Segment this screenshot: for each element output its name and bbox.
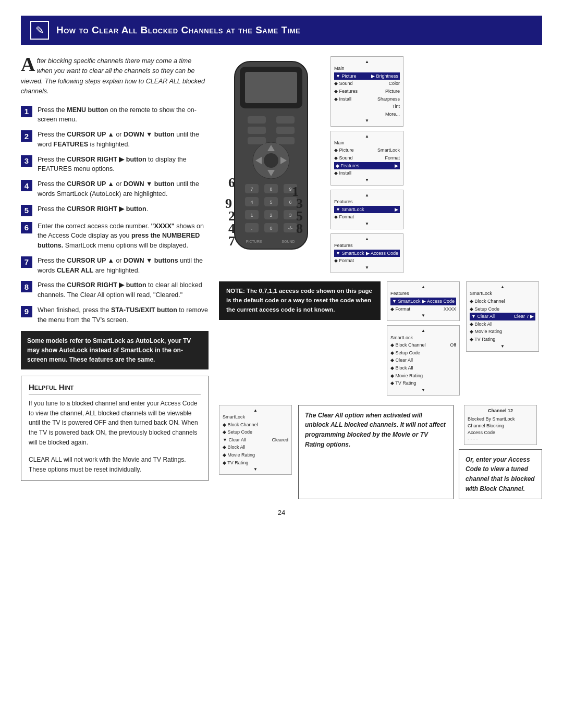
svg-text:-/-: -/- bbox=[288, 226, 293, 231]
step-text-5: Press the CURSOR RIGHT ▶ button. bbox=[38, 204, 209, 214]
svg-text:1: 1 bbox=[250, 213, 253, 218]
svg-text:5: 5 bbox=[270, 200, 272, 205]
screen-tri-up-3: ▲ bbox=[334, 192, 400, 198]
screen-row-format4: ◆ Format bbox=[334, 257, 400, 265]
svg-text:6: 6 bbox=[289, 200, 291, 205]
screen-row-setup-code: ◆ Setup Code bbox=[390, 349, 456, 357]
header-icon: ✎ bbox=[30, 21, 49, 40]
info-box-clear-all: The Clear All option when activated will… bbox=[298, 405, 454, 499]
screen-tri-down-7: ▼ bbox=[470, 343, 535, 349]
screen-channel-blocking: Channel Blocking bbox=[468, 423, 533, 429]
screen-row-features3: Features bbox=[334, 198, 400, 206]
screen-tri-down-4: ▼ bbox=[334, 265, 400, 270]
svg-text:2: 2 bbox=[270, 213, 272, 218]
step-item-6: 6 Enter the correct access code number. … bbox=[21, 221, 209, 251]
intro-paragraph: A fter blocking specific channels there … bbox=[21, 56, 209, 97]
screen-row-sound: ◆ SoundColor bbox=[334, 80, 400, 88]
step-item-1: 1 Press the MENU button on the remote to… bbox=[21, 105, 209, 125]
screen-row-block-ch2: ◆ Block Channel bbox=[470, 298, 535, 305]
screen-row-movie-rating3: ◆ Movie Rating bbox=[223, 451, 288, 459]
screen-row-smartlock-title: SmartLock bbox=[390, 334, 456, 342]
svg-rect-26 bbox=[276, 137, 295, 144]
screen-row-smartlock-xxxx: ▼ SmartLock▶ Access Code bbox=[390, 298, 456, 305]
note-box: NOTE: The 0,7,1,1 access code shown on t… bbox=[219, 281, 381, 319]
screen-tri-down-2: ▼ bbox=[334, 177, 400, 183]
screen-row-smartlock-ac: ▼ SmartLock▶ Access Code bbox=[334, 250, 400, 257]
screen-row-install: ◆ InstallSharpness bbox=[334, 95, 400, 103]
step-text-9: When finished, press the STA-TUS/EXIT bu… bbox=[38, 305, 209, 325]
step-item-7: 7 Press the CURSOR UP ▲ or DOWN ▼ button… bbox=[21, 256, 209, 276]
screens-column: ▲ Main ▼ Picture▶ Brightness ◆ SoundColo… bbox=[331, 56, 403, 273]
steps-list: 1 Press the MENU button on the remote to… bbox=[21, 105, 209, 325]
screen-row-format3: ◆ Format bbox=[334, 213, 400, 221]
note-box-text: NOTE: The 0,7,1,1 access code shown on t… bbox=[226, 288, 372, 313]
step-number-9: 9 bbox=[21, 306, 32, 317]
svg-rect-25 bbox=[248, 137, 266, 144]
step-text-4: Press the CURSOR UP ▲ or DOWN ▼ button u… bbox=[38, 179, 209, 199]
screen-row-features: ◆ FeaturesPicture bbox=[334, 88, 400, 95]
screen-access-code-label: Access Code bbox=[468, 429, 533, 436]
screen-smartlock-highlighted: ▲ Features ▼ SmartLock▶ ◆ Format ▼ bbox=[331, 190, 403, 229]
num-7-overlay: 7 bbox=[228, 233, 235, 249]
screen-smartlock-menu: ▲ SmartLock ◆ Block ChannelOff ◆ Setup C… bbox=[387, 325, 460, 396]
step-text-8: Press the CURSOR RIGHT ▶ button to clear… bbox=[38, 280, 209, 300]
screen-blocked-by: Blocked By SmartLock bbox=[468, 416, 533, 423]
svg-rect-23 bbox=[248, 127, 266, 134]
screen-row-block-all2: ◆ Block All bbox=[470, 320, 535, 328]
page-title: How to Clear All Blocked Channels at the… bbox=[56, 24, 300, 36]
drop-cap: A bbox=[21, 56, 35, 72]
screen-cleared: ▲ SmartLock ◆ Block Channel ◆ Setup Code… bbox=[219, 405, 292, 475]
screen-row-features4: Features bbox=[334, 242, 400, 250]
step-number-2: 2 bbox=[21, 130, 32, 142]
screen-row-tv-rating: ◆ TV Rating bbox=[390, 379, 456, 387]
num-6-overlay: 6 bbox=[228, 175, 235, 191]
svg-text:7: 7 bbox=[250, 187, 253, 192]
screen-row-format5: ◆ FormatXXXX bbox=[390, 305, 456, 313]
screen-tri-up-4: ▲ bbox=[334, 236, 400, 242]
step-number-7: 7 bbox=[21, 256, 32, 268]
step-number-4: 4 bbox=[21, 180, 32, 191]
step-text-1: Press the MENU button on the remote to s… bbox=[38, 105, 209, 125]
intro-text: fter blocking specific channels there ma… bbox=[21, 57, 205, 95]
hint-title: Helpful Hint bbox=[29, 382, 201, 394]
screen-row-sound2: ◆ SoundFormat bbox=[334, 154, 400, 162]
svg-rect-2 bbox=[245, 72, 297, 103]
info-text-access-code: Or, enter your Access Code to view a tun… bbox=[466, 456, 535, 492]
screen-row-clear-all-cleared: ▼ Clear AllCleared bbox=[223, 436, 288, 444]
step-number-5: 5 bbox=[21, 205, 32, 216]
screen-dashes: - - - - bbox=[468, 436, 533, 442]
screen-tri-up-6: ▲ bbox=[390, 328, 456, 334]
svg-text:SOUND: SOUND bbox=[282, 240, 295, 243]
screen-row-smartlock-title3: SmartLock bbox=[223, 413, 288, 421]
screen-row-block-all: ◆ Block All bbox=[390, 364, 456, 372]
svg-text:4: 4 bbox=[250, 200, 253, 205]
screen-row-block-ch: ◆ Block ChannelOff bbox=[390, 341, 456, 349]
helpful-hint-box: Helpful Hint If you tune to a blocked ch… bbox=[21, 376, 209, 481]
screen-main-menu: ▲ Main ▼ Picture▶ Brightness ◆ SoundColo… bbox=[331, 56, 403, 127]
dark-note-text: Some models refer to SmartLock as AutoLo… bbox=[27, 337, 191, 363]
screen-row-tv-rating3: ◆ TV Rating bbox=[223, 459, 288, 467]
step-item-3: 3 Press the CURSOR RIGHT ▶ button to dis… bbox=[21, 155, 209, 175]
screen-row-movie-rating: ◆ Movie Rating bbox=[390, 372, 456, 380]
screen-tri-up-7: ▲ bbox=[470, 284, 535, 290]
screen-tri-up-2: ▲ bbox=[334, 133, 400, 139]
bottom-screens-group: ▲ Features ▼ SmartLock▶ Access Code ◆ Fo… bbox=[387, 281, 460, 396]
svg-text:.: . bbox=[251, 226, 253, 231]
step-number-6: 6 bbox=[21, 222, 32, 233]
screen-channel-title: Channel 12 bbox=[468, 408, 533, 414]
svg-rect-24 bbox=[276, 127, 295, 134]
dark-note-box: Some models refer to SmartLock as AutoLo… bbox=[21, 331, 209, 369]
page-header: ✎ How to Clear All Blocked Channels at t… bbox=[21, 16, 542, 45]
screen-row-block-ch3: ◆ Block Channel bbox=[223, 421, 288, 429]
screen-row-main2: Main bbox=[334, 139, 400, 147]
screen-row-more: More... bbox=[334, 110, 400, 118]
screen-access-code: ▲ Features ▼ SmartLock▶ Access Code ◆ Fo… bbox=[331, 233, 403, 273]
screen-tri-down-5: ▼ bbox=[390, 313, 456, 318]
step-text-3: Press the CURSOR RIGHT ▶ button to displ… bbox=[38, 155, 209, 175]
svg-text:3: 3 bbox=[289, 213, 291, 218]
info-text-clear-all: The Clear All option when activated will… bbox=[305, 412, 446, 448]
screen-tri-down-3: ▼ bbox=[334, 221, 400, 227]
screen-tri-up-5: ▲ bbox=[390, 284, 456, 290]
right-column: 7 8 9 4 5 6 1 2 3 . 0 -/- PICTURE SOUND bbox=[219, 56, 542, 499]
screen-tri-up-8: ▲ bbox=[223, 408, 288, 413]
